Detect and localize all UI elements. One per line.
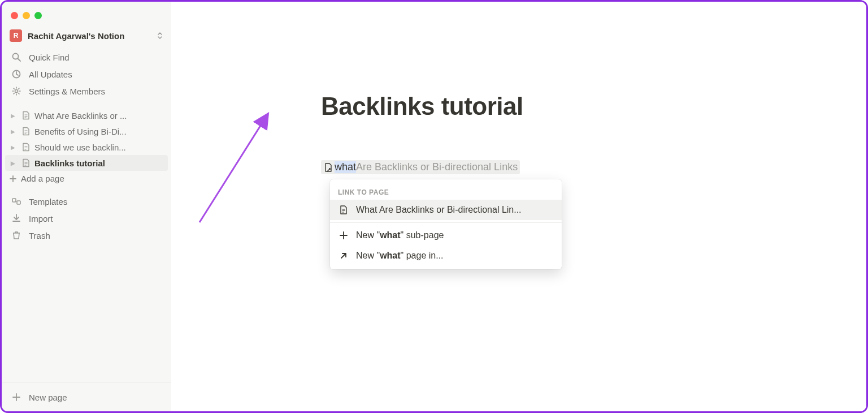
nav-label: Quick Find bbox=[29, 53, 70, 62]
sidebar: R Rachit Agarwal's Notion Quick Find All… bbox=[2, 2, 171, 411]
svg-line-1 bbox=[18, 59, 21, 62]
page-label: Should we use backlin... bbox=[34, 143, 126, 152]
templates-icon bbox=[11, 196, 22, 207]
arrow-north-east-icon bbox=[338, 250, 349, 261]
svg-point-3 bbox=[15, 90, 18, 93]
popup-heading: LINK TO PAGE bbox=[330, 184, 562, 200]
minimize-window-button[interactable] bbox=[23, 12, 30, 19]
disclosure-icon[interactable]: ▶ bbox=[8, 111, 18, 120]
workspace-switcher[interactable]: R Rachit Agarwal's Notion bbox=[2, 26, 171, 45]
maximize-window-button[interactable] bbox=[34, 12, 42, 19]
disclosure-icon[interactable]: ▶ bbox=[8, 143, 18, 152]
popup-new-page-in-label: New "what" page in... bbox=[356, 251, 444, 261]
page-icon bbox=[21, 142, 31, 152]
sidebar-tools: Templates Import Trash bbox=[2, 186, 171, 244]
sidebar-pages: ▶ What Are Backlinks or ... ▶ Benefits o… bbox=[2, 103, 171, 186]
page-title: Backlinks tutorial bbox=[321, 92, 717, 121]
tool-label: Import bbox=[29, 214, 53, 223]
main-content: Backlinks tutorial what Are Backlinks or… bbox=[171, 2, 866, 411]
tool-label: Trash bbox=[29, 231, 50, 240]
nav-settings-members[interactable]: Settings & Members bbox=[5, 83, 168, 100]
page-link-icon bbox=[323, 162, 333, 173]
link-input-suggestion: Are Backlinks or Bi-directional Links bbox=[356, 161, 518, 173]
new-page-button[interactable]: New page bbox=[5, 389, 168, 406]
page-label: Backlinks tutorial bbox=[34, 158, 105, 168]
popup-new-subpage[interactable]: New "what" sub-page bbox=[330, 225, 562, 246]
popup-result-item[interactable]: What Are Backlinks or Bi-directional Lin… bbox=[330, 200, 562, 220]
workspace-name: Rachit Agarwal's Notion bbox=[28, 31, 151, 41]
page-icon bbox=[21, 110, 31, 121]
sidebar-page-item[interactable]: ▶ Backlinks tutorial bbox=[5, 155, 168, 171]
page-icon bbox=[338, 204, 349, 216]
plus-icon bbox=[11, 392, 22, 403]
page-icon bbox=[21, 158, 31, 168]
nav-quick-find[interactable]: Quick Find bbox=[5, 49, 168, 66]
tool-label: Templates bbox=[29, 197, 67, 206]
popup-result-label: What Are Backlinks or Bi-directional Lin… bbox=[356, 205, 522, 215]
gear-icon bbox=[11, 85, 22, 97]
window-controls bbox=[2, 6, 171, 26]
workspace-avatar: R bbox=[10, 29, 22, 42]
page-icon bbox=[21, 126, 31, 136]
chevron-updown-icon bbox=[157, 32, 163, 40]
nav-import[interactable]: Import bbox=[5, 210, 168, 227]
nav-label: All Updates bbox=[29, 70, 72, 79]
nav-trash[interactable]: Trash bbox=[5, 227, 168, 244]
disclosure-icon[interactable]: ▶ bbox=[8, 158, 18, 167]
popup-new-page-in[interactable]: New "what" page in... bbox=[330, 246, 562, 266]
popup-separator bbox=[330, 222, 562, 223]
add-page[interactable]: Add a page bbox=[5, 171, 168, 186]
nav-all-updates[interactable]: All Updates bbox=[5, 66, 168, 83]
sidebar-footer: New page bbox=[2, 382, 171, 411]
nav-templates[interactable]: Templates bbox=[5, 193, 168, 210]
nav-label: Settings & Members bbox=[29, 87, 105, 96]
add-page-label: Add a page bbox=[21, 174, 64, 183]
plus-icon bbox=[8, 174, 18, 183]
link-popup: LINK TO PAGE What Are Backlinks or Bi-di… bbox=[330, 179, 562, 269]
new-page-label: New page bbox=[29, 393, 67, 402]
search-icon bbox=[11, 51, 22, 63]
svg-rect-4 bbox=[12, 199, 16, 202]
sidebar-page-item[interactable]: ▶ Benefits of Using Bi-Di... bbox=[5, 123, 168, 139]
close-window-button[interactable] bbox=[11, 12, 18, 19]
sidebar-page-item[interactable]: ▶ What Are Backlinks or ... bbox=[5, 107, 168, 123]
clock-icon bbox=[11, 68, 22, 80]
disclosure-icon[interactable]: ▶ bbox=[8, 127, 18, 136]
popup-new-subpage-label: New "what" sub-page bbox=[356, 230, 444, 240]
page-link-input[interactable]: what Are Backlinks or Bi-directional Lin… bbox=[321, 160, 520, 174]
svg-line-6 bbox=[199, 115, 267, 222]
link-input-typed: what bbox=[335, 161, 356, 173]
page-label: What Are Backlinks or ... bbox=[34, 111, 127, 121]
app-window: R Rachit Agarwal's Notion Quick Find All… bbox=[0, 0, 868, 413]
svg-rect-5 bbox=[17, 201, 20, 204]
sidebar-page-item[interactable]: ▶ Should we use backlin... bbox=[5, 139, 168, 155]
trash-icon bbox=[11, 230, 22, 241]
sidebar-nav: Quick Find All Updates Settings & Member… bbox=[2, 45, 171, 103]
page-label: Benefits of Using Bi-Di... bbox=[34, 127, 127, 136]
page-content: Backlinks tutorial what Are Backlinks or… bbox=[264, 2, 773, 175]
import-icon bbox=[11, 213, 22, 224]
plus-icon bbox=[338, 230, 349, 241]
